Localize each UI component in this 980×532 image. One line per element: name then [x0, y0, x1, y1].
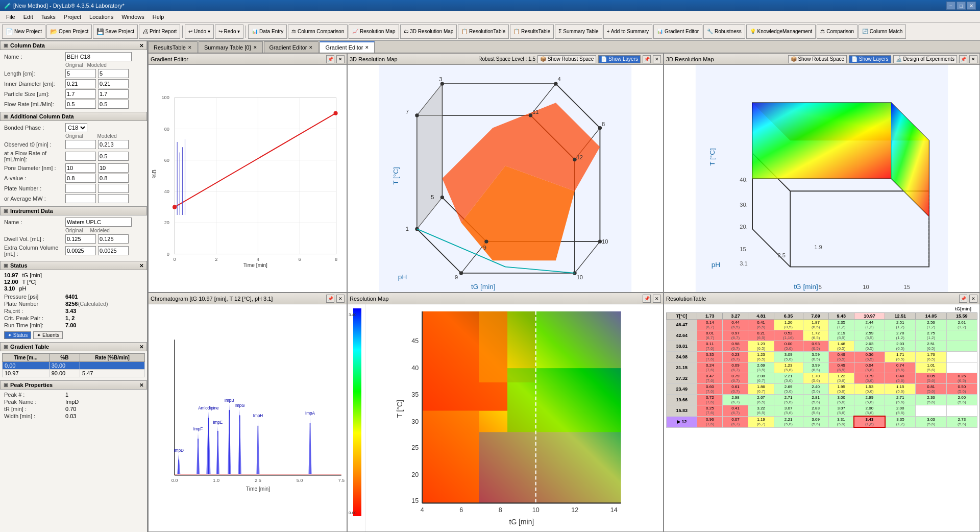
- tab-gradient2-close[interactable]: ✕: [365, 45, 369, 50]
- dwell-vol-original[interactable]: [65, 234, 96, 244]
- peak-properties-close[interactable]: ✕: [139, 382, 143, 388]
- gradient-row-1[interactable]: 0.00 30.00: [3, 362, 145, 370]
- additional-data-header[interactable]: ▣ Additional Column Data: [0, 112, 147, 121]
- avg-mw-original[interactable]: [65, 194, 96, 203]
- pore-diameter-original[interactable]: [65, 163, 96, 173]
- 3d-resolution-map-button[interactable]: 🗂 3D Resolution Map: [400, 25, 457, 39]
- menu-tasks[interactable]: Tasks: [37, 13, 60, 21]
- extra-col-modeled[interactable]: [98, 246, 129, 255]
- length-modeled[interactable]: [98, 69, 129, 78]
- resolution-map-button[interactable]: 📈 Resolution Map: [349, 25, 399, 39]
- resolution-table-pin[interactable]: 📌: [959, 295, 967, 303]
- bonded-phase-select[interactable]: C18: [65, 123, 87, 132]
- eluents-tab[interactable]: ✦ Eluents: [33, 331, 63, 339]
- chromatogram-close[interactable]: ✕: [336, 295, 345, 303]
- resolution-table-close[interactable]: ✕: [969, 295, 977, 303]
- t0-original[interactable]: [65, 140, 96, 149]
- column-data-header[interactable]: ▣ Column Data ✕: [0, 41, 147, 50]
- a-value-modeled[interactable]: [98, 174, 129, 183]
- gradient-table-header[interactable]: ▣ Gradient Table ✕: [0, 342, 147, 351]
- minimize-button[interactable]: −: [946, 2, 955, 10]
- redo-button[interactable]: ↪ Redo ▾: [215, 25, 243, 39]
- status-tab[interactable]: ✦ Status: [4, 331, 31, 339]
- status-close[interactable]: ✕: [139, 263, 143, 269]
- particle-size-modeled[interactable]: [98, 89, 129, 99]
- tg-value: 10.97: [4, 272, 18, 278]
- column-name-input[interactable]: [65, 52, 132, 61]
- flow-rate-original[interactable]: [65, 100, 96, 109]
- length-original[interactable]: [65, 69, 96, 78]
- column-comparison-button[interactable]: ⚖ Column Comparison: [288, 25, 348, 39]
- plate-number-modeled[interactable]: [98, 184, 129, 193]
- results-table-button[interactable]: 📋 ResultsTable: [510, 25, 554, 39]
- inner-diameter-modeled[interactable]: [98, 79, 129, 88]
- maximize-button[interactable]: □: [957, 2, 966, 10]
- svg-point-48: [598, 126, 602, 130]
- gradient-editor-button[interactable]: 📊 Gradient Editor: [653, 25, 702, 39]
- new-project-button[interactable]: 📄 New Project: [2, 25, 45, 39]
- instrument-name-input[interactable]: [65, 217, 132, 227]
- save-project-button[interactable]: 💾 Save Project: [93, 25, 138, 39]
- 3d-map-right-close[interactable]: ✕: [969, 55, 977, 63]
- t0-modeled[interactable]: [98, 140, 129, 149]
- open-project-button[interactable]: 📂 Open Project: [46, 25, 92, 39]
- menu-help[interactable]: Help: [149, 13, 168, 21]
- menu-project[interactable]: Project: [60, 13, 85, 21]
- 3d-map-right-pin[interactable]: 📌: [959, 55, 967, 63]
- tab-results-close[interactable]: ✕: [188, 45, 192, 50]
- tab-gradient-editor-2[interactable]: Gradient Editor ✕: [320, 41, 375, 53]
- menu-locations[interactable]: Locations: [85, 13, 117, 21]
- plate-number-original[interactable]: [65, 184, 96, 193]
- comparison-button[interactable]: ⚖ Comparison: [817, 25, 857, 39]
- res-cell-0-3: 1.20(8,5): [774, 320, 803, 330]
- pore-diameter-modeled[interactable]: [98, 163, 129, 173]
- chromatogram-pin[interactable]: 📌: [326, 295, 334, 303]
- knowledge-management-button[interactable]: 💡 KnowledgeManagement: [746, 25, 816, 39]
- robustness-button[interactable]: 🔧 Robustness: [703, 25, 745, 39]
- particle-size-original[interactable]: [65, 89, 96, 99]
- resolution-map-pin[interactable]: 📌: [643, 295, 651, 303]
- print-report-button[interactable]: 🖨 Print Report: [139, 25, 180, 39]
- menu-file[interactable]: File: [2, 13, 19, 21]
- design-of-experiments-btn[interactable]: 🔬 Design of Experiments: [893, 55, 957, 63]
- extra-col-original[interactable]: [65, 246, 96, 255]
- resolution-table-button[interactable]: 📋 ResolutionTable: [458, 25, 509, 39]
- flow-rate-modeled[interactable]: [98, 100, 129, 109]
- column-data-close[interactable]: ✕: [139, 43, 143, 49]
- a-value-original[interactable]: [65, 174, 96, 183]
- show-robust-space-btn-left[interactable]: 📦 Show Robust Space: [537, 55, 596, 63]
- peak-properties-header[interactable]: ▣ Peak Properties ✕: [0, 380, 147, 390]
- menu-windows[interactable]: Windows: [117, 13, 149, 21]
- 3d-map-left-header: 3D Resolution Map Robust Space Level : 1…: [348, 54, 663, 65]
- tab-gradient-editor-1[interactable]: Gradient Editor ✕: [264, 41, 319, 53]
- tab-summary-table[interactable]: Summary Table [0] ✕: [199, 41, 263, 53]
- gradient-editor-close[interactable]: ✕: [336, 55, 345, 63]
- gradient-table-close[interactable]: ✕: [139, 344, 143, 350]
- gradient-row-2[interactable]: 10.97 90.00 5.47: [3, 370, 145, 377]
- resolution-map-close[interactable]: ✕: [653, 295, 661, 303]
- tab-gradient1-close[interactable]: ✕: [309, 45, 313, 50]
- tab-results-table[interactable]: ResultsTable ✕: [148, 41, 198, 53]
- close-button[interactable]: ✕: [967, 2, 976, 10]
- inner-diameter-original[interactable]: [65, 79, 96, 88]
- gradient-editor-pin[interactable]: 📌: [326, 55, 334, 63]
- 3d-map-left-close[interactable]: ✕: [653, 55, 661, 63]
- instrument-data-header[interactable]: ▣ Instrument Data: [0, 206, 147, 215]
- summary-table-button[interactable]: Σ Summary Table: [555, 25, 602, 39]
- data-entry-button[interactable]: 📊 Data Entry: [248, 25, 287, 39]
- menu-edit[interactable]: Edit: [19, 13, 37, 21]
- dwell-vol-modeled[interactable]: [98, 234, 129, 244]
- 3d-map-left-pin[interactable]: 📌: [643, 55, 651, 63]
- show-layers-btn-right[interactable]: 📄 Show Layers: [849, 55, 891, 63]
- undo-button[interactable]: ↩ Undo ▾: [185, 25, 213, 39]
- add-to-summary-button[interactable]: + Add to Summary: [603, 25, 653, 39]
- tab-summary-close[interactable]: ✕: [253, 45, 257, 50]
- status-header[interactable]: ▣ Status ✕: [0, 261, 147, 270]
- show-layers-btn-left[interactable]: 📄 Show Layers: [598, 55, 641, 63]
- flow-rate-at-modeled[interactable]: [98, 152, 129, 161]
- column-match-button[interactable]: 🔄 Column Match: [859, 25, 906, 39]
- show-robust-space-btn-right[interactable]: 📦 Show Robust Space: [788, 55, 847, 63]
- avg-mw-modeled[interactable]: [98, 194, 129, 203]
- svg-point-50: [598, 239, 602, 243]
- flow-rate-at-original[interactable]: [65, 152, 96, 161]
